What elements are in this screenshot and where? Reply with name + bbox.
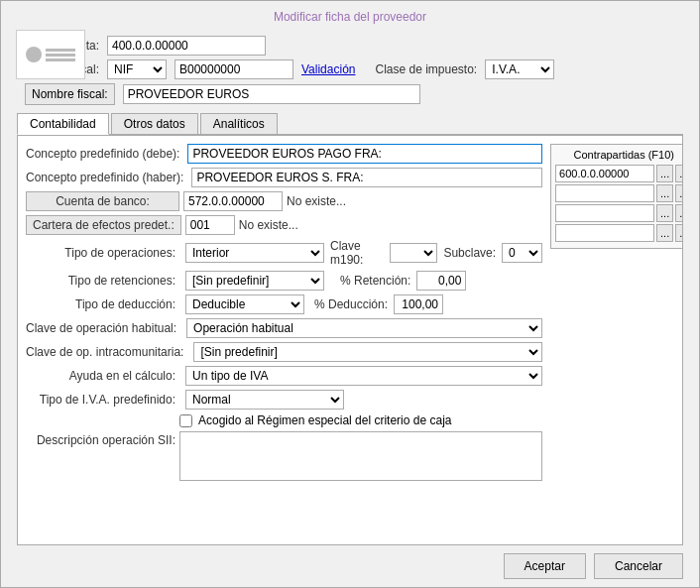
pct-deduccion-input[interactable]: [394, 294, 443, 314]
pct-retencion-label: % Retención:: [340, 274, 410, 288]
ayuda-select[interactable]: Un tipo de IVA: [185, 366, 542, 386]
contra-input-1[interactable]: [555, 165, 654, 182]
main-content: Concepto predefinido (debe): Concepto pr…: [17, 135, 683, 545]
concepto-debe-input[interactable]: [187, 144, 542, 164]
tipo-iva-row: Tipo de I.V.A. predefinido: Normal: [26, 390, 542, 410]
cancelar-button[interactable]: Cancelar: [594, 553, 683, 579]
aceptar-button[interactable]: Aceptar: [504, 553, 586, 579]
cuenta-banco-button[interactable]: Cuenta de banco:: [26, 191, 179, 211]
clave-habitual-label: Clave de operación habitual:: [26, 321, 180, 335]
cartera-row: Cartera de efectos predet.: No existe...: [26, 215, 542, 235]
clave-intra-label: Clave de op. intracomunitaria:: [26, 345, 187, 359]
clase-impuesto-select[interactable]: I.V.A.: [485, 59, 554, 79]
contra-btn-2b[interactable]: ...: [675, 184, 683, 202]
ident-fiscal-row: Ident. Fiscal: NIF Validación Clase de i…: [25, 59, 683, 79]
subclave-select[interactable]: 0: [502, 243, 542, 263]
pct-retencion-input[interactable]: [416, 271, 466, 291]
logo-line-3: [46, 59, 75, 61]
contra-row-3: ... ...: [555, 204, 683, 222]
nombre-fiscal-input[interactable]: [123, 84, 420, 104]
ident-fiscal-type-select[interactable]: NIF: [107, 59, 167, 79]
contra-btn-4a[interactable]: ...: [656, 224, 673, 242]
title-bar: Modificar ficha del proveedor: [1, 1, 699, 30]
cuenta-banco-row: Cuenta de banco: No existe...: [26, 191, 542, 211]
tab-analiticos[interactable]: Analíticos: [200, 113, 278, 134]
acogido-checkbox[interactable]: [179, 414, 192, 427]
acogido-row: Acogido al Régimen especial del criterio…: [179, 413, 542, 427]
tipo-retenciones-row: Tipo de retenciones: [Sin predefinir] % …: [26, 271, 542, 291]
cartera-button[interactable]: Cartera de efectos predet.:: [26, 215, 181, 235]
subclave-label: Subclave:: [443, 246, 496, 260]
contra-row-1: ... ...: [555, 165, 683, 182]
clave-intra-select[interactable]: [Sin predefinir]: [193, 342, 542, 362]
ayuda-label: Ayuda en el cálculo:: [26, 369, 179, 383]
descripcion-textarea[interactable]: [179, 431, 542, 481]
tab-otros-datos[interactable]: Otros datos: [111, 113, 198, 134]
tab-contabilidad[interactable]: Contabilidad: [17, 113, 109, 135]
tipo-operaciones-label: Tipo de operaciones:: [26, 246, 179, 260]
contra-btn-2a[interactable]: ...: [656, 184, 673, 202]
contra-btn-4b[interactable]: ...: [675, 224, 683, 242]
footer: Aceptar Cancelar: [1, 545, 699, 587]
main-window: Modificar ficha del proveedor Cuenta:: [0, 0, 700, 588]
logo-circle: [26, 47, 42, 62]
concepto-debe-label: Concepto predefinido (debe):: [26, 147, 183, 161]
clave-intra-row: Clave de op. intracomunitaria: [Sin pred…: [26, 342, 542, 362]
tipo-deduccion-row: Tipo de deducción: Deducible % Deducción…: [26, 294, 542, 314]
concepto-debe-row: Concepto predefinido (debe):: [26, 144, 542, 164]
tipo-iva-select[interactable]: Normal: [185, 390, 344, 410]
ident-fiscal-input[interactable]: [175, 59, 293, 79]
contra-btn-1b[interactable]: ...: [675, 165, 683, 182]
contra-input-4[interactable]: [555, 224, 654, 242]
tipo-deduccion-label: Tipo de deducción:: [26, 297, 179, 311]
clave-m190-select[interactable]: [390, 243, 438, 263]
contra-row-4: ... ...: [555, 224, 683, 242]
concepto-haber-label: Concepto predefinido (haber):: [26, 171, 187, 184]
contrapartidas-box: Contrapartidas (F10) ... ... ... ...: [550, 144, 683, 249]
concepto-haber-input[interactable]: [191, 168, 542, 187]
cartera-input[interactable]: [185, 215, 235, 235]
acogido-label: Acogido al Régimen especial del criterio…: [198, 413, 451, 427]
right-panel: Contrapartidas (F10) ... ... ... ...: [550, 144, 683, 485]
ayuda-row: Ayuda en el cálculo: Un tipo de IVA: [26, 366, 542, 386]
pct-deduccion-label: % Deducción:: [314, 297, 388, 311]
clave-m190-label: Clave m190:: [330, 239, 384, 267]
logo-line-2: [46, 54, 75, 57]
clave-habitual-select[interactable]: Operación habitual: [186, 318, 542, 338]
clase-impuesto-label: Clase de impuesto:: [375, 62, 477, 76]
contra-btn-1a[interactable]: ...: [656, 165, 673, 182]
contra-btn-3a[interactable]: ...: [656, 204, 673, 222]
window-title: Modificar ficha del proveedor: [274, 10, 426, 24]
tipo-operaciones-select[interactable]: Interior: [185, 243, 324, 263]
contrapartidas-title: Contrapartidas (F10): [555, 149, 683, 161]
concepto-haber-row: Concepto predefinido (haber):: [26, 168, 542, 187]
cuenta-input[interactable]: [107, 36, 266, 56]
tabs-bar: Contabilidad Otros datos Analíticos: [17, 113, 683, 135]
logo-line: [46, 49, 75, 52]
left-panel: Concepto predefinido (debe): Concepto pr…: [26, 144, 542, 485]
tipo-operaciones-row: Tipo de operaciones: Interior Clave m190…: [26, 239, 542, 267]
nombre-fiscal-button[interactable]: Nombre fiscal:: [25, 83, 115, 105]
contra-row-2: ... ...: [555, 184, 683, 202]
cuenta-banco-input[interactable]: [183, 191, 283, 211]
contra-input-3[interactable]: [555, 204, 654, 222]
contra-btn-3b[interactable]: ...: [675, 204, 683, 222]
tipo-deduccion-select[interactable]: Deducible: [185, 294, 304, 314]
tipo-iva-label: Tipo de I.V.A. predefinido:: [26, 393, 179, 407]
validacion-link[interactable]: Validación: [301, 62, 355, 76]
cuenta-banco-noexiste: No existe...: [287, 194, 346, 208]
tipo-retenciones-label: Tipo de retenciones:: [26, 274, 179, 288]
nombre-fiscal-row: Nombre fiscal:: [25, 83, 683, 105]
tipo-retenciones-select[interactable]: [Sin predefinir]: [185, 271, 324, 291]
contra-input-2[interactable]: [555, 184, 654, 202]
descripcion-label: Descripción operación SII:: [26, 431, 179, 447]
cuenta-row: Cuenta:: [25, 36, 683, 56]
cartera-noexiste: No existe...: [239, 218, 298, 232]
descripcion-row: Descripción operación SII:: [26, 431, 542, 481]
logo-box: [16, 30, 85, 79]
clave-habitual-row: Clave de operación habitual: Operación h…: [26, 318, 542, 338]
